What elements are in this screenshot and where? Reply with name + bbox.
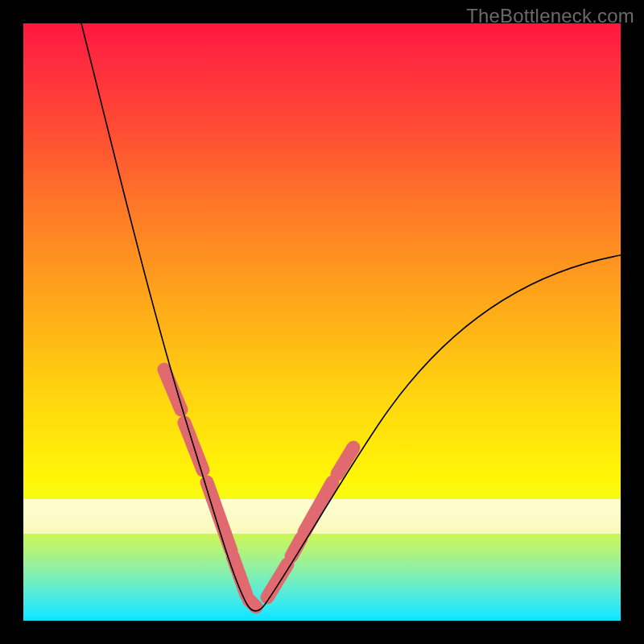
highlight-seg-r4 — [337, 448, 353, 474]
chart-stage: TheBottleneck.com — [0, 0, 644, 644]
highlight-seg-r1 — [267, 564, 287, 597]
highlight-seg-r3 — [304, 482, 332, 532]
highlight-seg-l5 — [249, 600, 256, 607]
plot-area — [23, 23, 621, 621]
highlight-seg-l3 — [207, 482, 231, 551]
attribution-label: TheBottleneck.com — [466, 5, 634, 27]
curve-layer — [23, 23, 621, 621]
v-curve — [81, 23, 621, 611]
highlight-seg-r2 — [291, 539, 301, 556]
